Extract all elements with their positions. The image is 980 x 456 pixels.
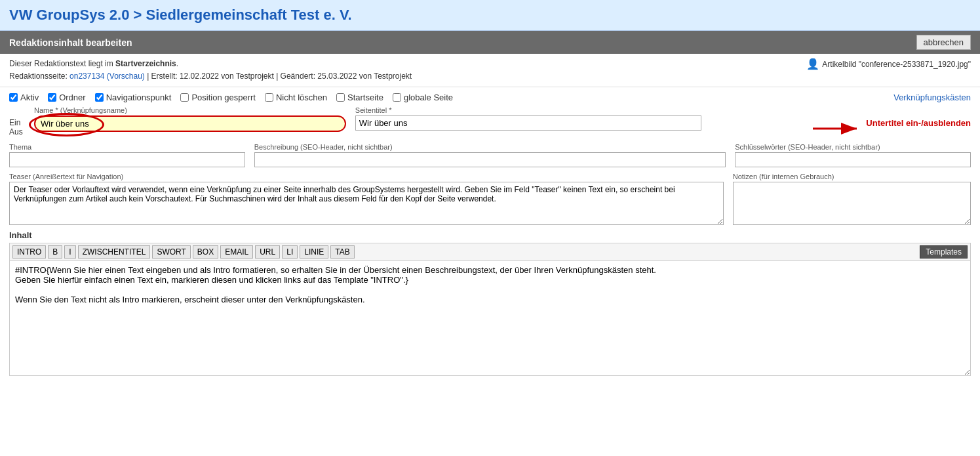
linie-button[interactable]: LINIE (300, 245, 328, 259)
aktiv-checkbox-label[interactable]: Aktiv (9, 93, 39, 102)
info-text1: Dieser Redaktionstext liegt im (9, 59, 115, 68)
url-button[interactable]: URL (255, 245, 280, 259)
ein-aus-labels: Ein Aus (9, 106, 25, 136)
tab-button[interactable]: TAB (330, 245, 354, 259)
info-text2: . (176, 59, 178, 68)
info-text: Dieser Redaktionstext liegt im Startverz… (9, 58, 412, 83)
name-label: Name * (Verknüpfungsname) (34, 106, 346, 114)
italic-button[interactable]: I (64, 245, 75, 259)
article-text: Artikelbild "conference-2533871_1920.jpg… (822, 60, 971, 69)
info-bold: Startverzeichnis (115, 59, 176, 68)
name-field-group: Name * (Verknüpfungsname) (34, 106, 346, 132)
aus-label: Aus (9, 127, 25, 136)
erstellt-text: | Erstellt: 12.02.2022 von Testprojekt |… (145, 72, 412, 81)
schluesselwoerter-input[interactable] (735, 152, 971, 167)
email-button[interactable]: EMAIL (220, 245, 253, 259)
abbrechen-button[interactable]: abbrechen (916, 35, 971, 50)
article-icon: 👤 (806, 58, 819, 70)
header: VW GroupSys 2.0 > Siedlergemeinschaft Te… (0, 0, 980, 31)
seitentitel-field-group: Seitentitel * (355, 106, 702, 131)
format-buttons: INTRO B I ZWISCHENTITEL SWORT BOX EMAIL … (12, 245, 355, 259)
inhalt-title: Inhalt (9, 230, 971, 240)
thema-field-group: Thema (9, 143, 245, 167)
seitentitel-label: Seitentitel * (355, 106, 702, 114)
info-bar: Dieser Redaktionstext liegt im Startverz… (0, 54, 980, 87)
intro-button[interactable]: INTRO (12, 245, 46, 259)
nicht-loeschen-checkbox[interactable] (265, 93, 273, 102)
templates-button[interactable]: Templates (920, 245, 968, 259)
thema-input[interactable] (9, 152, 245, 167)
checkboxes-row: Aktiv Ordner Navigationspunkt Position g… (9, 93, 453, 102)
redaktionsseite-label: Redaktionsseite: (9, 72, 69, 81)
seitentitel-input[interactable] (355, 115, 702, 131)
page-title: VW GroupSys 2.0 > Siedlergemeinschaft Te… (9, 7, 971, 24)
thema-label: Thema (9, 143, 245, 151)
notizen-field-group: Notizen (für internen Gebrauch) (733, 173, 971, 225)
box-button[interactable]: BOX (193, 245, 218, 259)
teaser-notes-row: Teaser (Anreißertext für Navigation) Der… (9, 173, 971, 225)
swort-button[interactable]: SWORT (152, 245, 190, 259)
aktiv-checkbox[interactable] (9, 93, 18, 102)
name-input[interactable] (34, 115, 346, 132)
schluesselwoerter-field-group: Schlüsselwörter (SEO-Header, nicht sicht… (735, 143, 971, 167)
position-gesperrt-checkbox-label[interactable]: Position gesperrt (180, 93, 256, 102)
startseite-checkbox[interactable] (336, 93, 345, 102)
toolbar: Redaktionsinhalt bearbeiten abbrechen (0, 31, 980, 54)
verknuepfungskaesten-link[interactable]: Verknüpfungskästen (893, 93, 971, 102)
li-button[interactable]: LI (282, 245, 298, 259)
ein-label: Ein (9, 118, 25, 127)
thema-beschreibung-row: Thema Beschreibung (SEO-Header, nicht si… (9, 143, 971, 167)
teaser-field-group: Teaser (Anreißertext für Navigation) Der… (9, 173, 724, 225)
teaser-label: Teaser (Anreißertext für Navigation) (9, 173, 724, 180)
schluesselwoerter-label: Schlüsselwörter (SEO-Header, nicht sicht… (735, 143, 971, 151)
globale-seite-checkbox-label[interactable]: globale Seite (393, 93, 453, 102)
inhalt-section: Inhalt INTRO B I ZWISCHENTITEL SWORT BOX… (9, 230, 971, 378)
teaser-textarea[interactable]: Der Teaser oder Vorlauftext wird verwend… (9, 182, 724, 225)
toolbar-title: Redaktionsinhalt bearbeiten (9, 37, 132, 48)
untertitel-link[interactable]: Untertitel ein-/ausblenden (866, 118, 971, 128)
content-textarea[interactable]: #INTRO{Wenn Sie hier einen Text eingeben… (9, 261, 971, 376)
globale-seite-checkbox[interactable] (393, 93, 401, 102)
navigationspunkt-checkbox[interactable] (95, 93, 104, 102)
notizen-textarea[interactable] (733, 182, 971, 225)
position-gesperrt-checkbox[interactable] (180, 93, 189, 102)
beschreibung-field-group: Beschreibung (SEO-Header, nicht sichtbar… (254, 143, 726, 167)
redaktionsseite-link[interactable]: on237134 (Vorschau) (69, 72, 145, 81)
article-info: 👤 Artikelbild "conference-2533871_1920.j… (806, 58, 971, 70)
arrow-icon (810, 119, 862, 138)
ordner-checkbox-label[interactable]: Ordner (48, 93, 85, 102)
zwischentitel-button[interactable]: ZWISCHENTITEL (78, 245, 151, 259)
format-toolbar: INTRO B I ZWISCHENTITEL SWORT BOX EMAIL … (9, 243, 971, 261)
ordner-checkbox[interactable] (48, 93, 56, 102)
notizen-label: Notizen (für internen Gebrauch) (733, 173, 971, 180)
nicht-loeschen-checkbox-label[interactable]: Nicht löschen (265, 93, 327, 102)
beschreibung-input[interactable] (254, 152, 726, 167)
startseite-checkbox-label[interactable]: Startseite (336, 93, 383, 102)
form-area: Aktiv Ordner Navigationspunkt Position g… (0, 87, 980, 383)
bold-button[interactable]: B (48, 245, 62, 259)
right-links-area: Untertitel ein-/ausblenden (711, 106, 971, 138)
beschreibung-label: Beschreibung (SEO-Header, nicht sichtbar… (254, 143, 726, 151)
navigationspunkt-checkbox-label[interactable]: Navigationspunkt (95, 93, 172, 102)
